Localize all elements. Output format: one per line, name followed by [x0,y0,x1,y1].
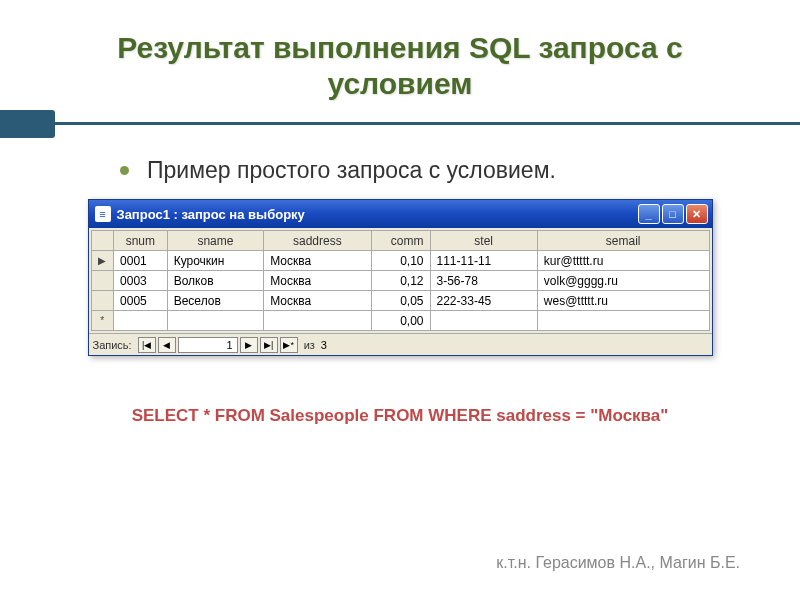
nav-label: Запись: [93,339,132,351]
cell-semail[interactable]: volk@gggg.ru [537,271,709,291]
cell-saddress[interactable]: Москва [264,251,371,271]
datasheet-table[interactable]: snum sname saddress comm stel semail ▶ 0… [91,230,710,331]
nav-new-button[interactable]: ▶* [280,337,298,353]
cell-stel[interactable]: 111-11-11 [430,251,537,271]
minimize-button[interactable]: _ [638,204,660,224]
nav-first-button[interactable]: |◀ [138,337,156,353]
nav-current-input[interactable] [178,337,238,353]
slide-container: Результат выполнения SQL запроса с услов… [0,0,800,600]
cell-stel[interactable] [430,311,537,331]
bullet-icon [120,166,129,175]
cell-snum[interactable] [114,311,168,331]
nav-total: 3 [321,339,327,351]
datasheet-wrap: snum sname saddress comm stel semail ▶ 0… [89,228,712,333]
cell-saddress[interactable] [264,311,371,331]
cell-sname[interactable]: Волков [167,271,264,291]
maximize-button[interactable]: □ [662,204,684,224]
window-app-icon: ≡ [95,206,111,222]
col-header-snum[interactable]: snum [114,231,168,251]
cell-snum[interactable]: 0003 [114,271,168,291]
row-selector-icon[interactable] [91,271,114,291]
nav-last-button[interactable]: ▶| [260,337,278,353]
cell-snum[interactable]: 0005 [114,291,168,311]
bullet-row: Пример простого запроса с условием. [120,157,740,184]
cell-comm[interactable]: 0,12 [371,271,430,291]
bullet-text: Пример простого запроса с условием. [147,157,556,184]
table-row[interactable]: ▶ 0001 Курочкин Москва 0,10 111-11-11 ku… [91,251,709,271]
close-button[interactable]: ✕ [686,204,708,224]
cell-sname[interactable]: Веселов [167,291,264,311]
cell-semail[interactable] [537,311,709,331]
window-title: Запрос1 : запрос на выборку [117,207,638,222]
row-selector-icon[interactable] [91,291,114,311]
access-query-window: ≡ Запрос1 : запрос на выборку _ □ ✕ snum… [88,199,713,356]
cell-comm[interactable]: 0,00 [371,311,430,331]
table-row[interactable]: 0003 Волков Москва 0,12 3-56-78 volk@ggg… [91,271,709,291]
cell-saddress[interactable]: Москва [264,291,371,311]
window-titlebar[interactable]: ≡ Запрос1 : запрос на выборку _ □ ✕ [89,200,712,228]
title-accent-bar [0,110,55,138]
cell-stel[interactable]: 3-56-78 [430,271,537,291]
cell-semail[interactable]: kur@ttttt.ru [537,251,709,271]
row-selector-icon[interactable]: ▶ [91,251,114,271]
window-control-buttons: _ □ ✕ [638,204,708,224]
col-header-sname[interactable]: sname [167,231,264,251]
slide-title: Результат выполнения SQL запроса с услов… [60,30,740,102]
table-row[interactable]: 0005 Веселов Москва 0,05 222-33-45 wes@t… [91,291,709,311]
table-row-new[interactable]: * 0,00 [91,311,709,331]
row-selector-new-icon[interactable]: * [91,311,114,331]
cell-comm[interactable]: 0,05 [371,291,430,311]
row-selector-header [91,231,114,251]
cell-sname[interactable]: Курочкин [167,251,264,271]
nav-next-button[interactable]: ▶ [240,337,258,353]
cell-semail[interactable]: wes@ttttt.ru [537,291,709,311]
nav-prev-button[interactable]: ◀ [158,337,176,353]
col-header-stel[interactable]: stel [430,231,537,251]
cell-saddress[interactable]: Москва [264,271,371,291]
cell-stel[interactable]: 222-33-45 [430,291,537,311]
col-header-comm[interactable]: comm [371,231,430,251]
record-navigator: Запись: |◀ ◀ ▶ ▶| ▶* из 3 [89,333,712,355]
sql-statement: SELECT * FROM Salespeople FROM WHERE sad… [60,406,740,426]
header-row: snum sname saddress comm stel semail [91,231,709,251]
cell-sname[interactable] [167,311,264,331]
cell-comm[interactable]: 0,10 [371,251,430,271]
cell-snum[interactable]: 0001 [114,251,168,271]
col-header-saddress[interactable]: saddress [264,231,371,251]
author-credit: к.т.н. Герасимов Н.А., Магин Б.Е. [496,554,740,572]
nav-of-label: из [304,339,315,351]
col-header-semail[interactable]: semail [537,231,709,251]
